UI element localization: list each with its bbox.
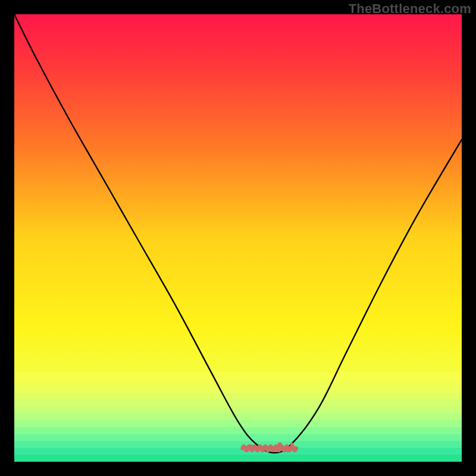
gradient-band (14, 434, 462, 441)
gradient-band (14, 379, 462, 386)
squiggle-dab (268, 447, 272, 451)
gradient-band (14, 386, 462, 393)
squiggle-dab (278, 443, 282, 447)
gradient-band (14, 414, 462, 421)
gradient-band (14, 441, 462, 448)
gradient-band (14, 406, 462, 414)
squiggle-dab (245, 446, 249, 450)
chart-svg (14, 14, 462, 462)
gradient-band (14, 393, 462, 400)
squiggle-dab (285, 448, 289, 452)
plot-area (14, 14, 462, 462)
gradient-band (14, 427, 462, 434)
squiggle-dab (290, 443, 294, 446)
chart-frame: TheBottleneck.com (0, 0, 476, 476)
squiggle-dab (257, 447, 261, 450)
gradient-band (14, 455, 462, 462)
gradient-band (14, 448, 462, 455)
squiggle-dab (250, 444, 253, 447)
gradient-band (14, 400, 462, 407)
gradient-band (14, 372, 462, 380)
